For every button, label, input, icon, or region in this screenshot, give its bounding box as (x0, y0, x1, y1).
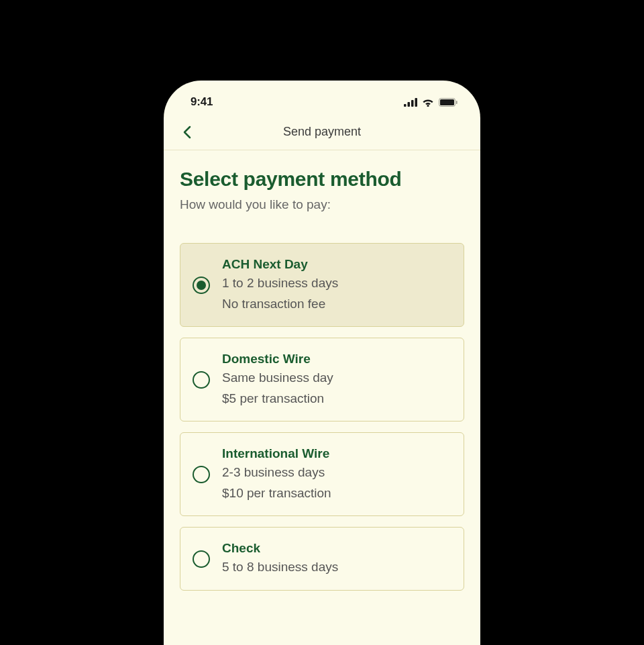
option-detail: $10 per transaction (222, 484, 331, 503)
cellular-icon (404, 98, 417, 107)
option-title: Check (222, 541, 338, 556)
phone-screen: 9:41 (164, 81, 480, 645)
option-title: ACH Next Day (222, 257, 338, 272)
page-title: Select payment method (180, 168, 464, 191)
svg-point-4 (427, 105, 429, 107)
payment-option-check[interactable]: Check 5 to 8 business days (180, 527, 464, 591)
option-detail: 5 to 8 business days (222, 558, 338, 577)
status-bar: 9:41 (164, 81, 480, 114)
option-title: Domestic Wire (222, 352, 333, 366)
chevron-left-icon (183, 126, 191, 139)
svg-rect-6 (440, 99, 454, 105)
status-time: 9:41 (191, 95, 213, 109)
option-detail: 2-3 business days (222, 463, 331, 482)
payment-option-international-wire[interactable]: International Wire 2-3 business days $10… (180, 432, 464, 516)
option-detail: Same business day (222, 368, 333, 387)
svg-rect-1 (408, 102, 411, 107)
nav-title: Send payment (283, 125, 361, 139)
payment-option-ach[interactable]: ACH Next Day 1 to 2 business days No tra… (180, 243, 464, 327)
back-button[interactable] (177, 122, 197, 142)
option-detail: No transaction fee (222, 295, 338, 313)
svg-rect-3 (415, 98, 418, 107)
radio-unselected-icon (193, 550, 210, 568)
svg-rect-2 (411, 100, 414, 107)
option-text: Check 5 to 8 business days (222, 541, 338, 577)
status-icons (404, 98, 458, 107)
wifi-icon (422, 98, 434, 107)
radio-selected-icon (193, 277, 210, 294)
radio-unselected-icon (193, 466, 210, 483)
option-text: ACH Next Day 1 to 2 business days No tra… (222, 257, 338, 313)
svg-rect-7 (456, 101, 458, 104)
radio-unselected-icon (193, 371, 210, 389)
svg-rect-0 (404, 104, 407, 107)
payment-option-domestic-wire[interactable]: Domestic Wire Same business day $5 per t… (180, 338, 464, 421)
nav-bar: Send payment (164, 114, 480, 150)
option-text: International Wire 2-3 business days $10… (222, 446, 331, 502)
page-subtitle: How would you like to pay: (180, 197, 464, 212)
option-text: Domestic Wire Same business day $5 per t… (222, 352, 333, 407)
battery-icon (439, 98, 458, 107)
option-title: International Wire (222, 446, 331, 461)
content: Select payment method How would you like… (164, 150, 480, 591)
option-detail: 1 to 2 business days (222, 274, 338, 293)
option-detail: $5 per transaction (222, 389, 333, 408)
